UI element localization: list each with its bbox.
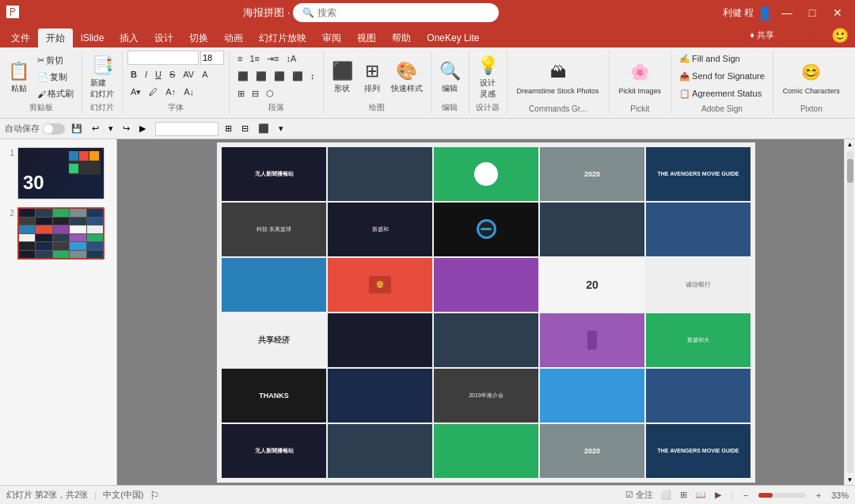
slide-sorter-button[interactable]: ⊞	[675, 488, 691, 502]
align-right-button[interactable]: ⬛	[271, 68, 288, 84]
scroll-down-button[interactable]: ▼	[846, 475, 855, 485]
vertical-scrollbar[interactable]: ▲ ▼	[844, 139, 855, 485]
underline-button[interactable]: U	[152, 66, 165, 82]
copy-button[interactable]: 📄复制	[34, 70, 77, 85]
para-row1: ≡ 1≡ ⇥≡ ↕A	[234, 51, 299, 66]
group-adobe-sign: ✍ Fill and Sign 📤 Send for Signature 📋 A…	[671, 51, 773, 115]
smiley-icon[interactable]: 🙂	[831, 27, 849, 44]
char-spacing-button[interactable]: AV	[180, 66, 197, 82]
search-box[interactable]: 🔍	[293, 3, 499, 22]
cell-19	[540, 313, 644, 367]
minimize-button[interactable]: —	[776, 5, 798, 21]
line-spacing-button[interactable]: ↕	[307, 68, 318, 84]
align-left-button[interactable]: ⬛	[234, 68, 252, 84]
maximize-button[interactable]: □	[801, 5, 823, 21]
comic-button[interactable]: 😊 Comic Characters	[778, 54, 845, 101]
slideshow-button[interactable]: ▶	[710, 488, 726, 502]
dreamstime-button[interactable]: 🏔 Dreamstime Stock Photos	[512, 54, 604, 101]
font-family-input[interactable]	[127, 51, 199, 65]
save-button[interactable]: 💾	[68, 123, 86, 135]
pickit-button[interactable]: 🌸 Pickit Images	[614, 54, 667, 101]
tab-review[interactable]: 审阅	[314, 28, 349, 47]
cell-29: 2020	[540, 424, 644, 478]
tab-transitions[interactable]: 切换	[181, 28, 216, 47]
slide-thumbnail-1[interactable]: 1 30	[3, 146, 113, 201]
tab-islide[interactable]: iSlide	[73, 28, 112, 47]
tab-view[interactable]: 视图	[349, 28, 384, 47]
undo-dropdown[interactable]: ▾	[105, 123, 116, 135]
align-center-button[interactable]: ⬛	[253, 68, 270, 84]
close-button[interactable]: ✕	[826, 5, 849, 21]
cell-13	[434, 258, 538, 312]
italic-button[interactable]: I	[142, 66, 150, 82]
agreement-status-button[interactable]: 📋 Agreement Status	[676, 85, 765, 101]
more-button[interactable]: ▾	[276, 123, 287, 135]
format-painter-button[interactable]: 🖌格式刷	[34, 86, 77, 102]
group-paragraph: ≡ 1≡ ⇥≡ ↕A ⬛ ⬛ ⬛ ⬛ ↕ ⊞ ⊟ ⬡ 段落	[230, 51, 324, 115]
scroll-up-button[interactable]: ▲	[846, 139, 855, 150]
text-highlight-button[interactable]: 🖊	[146, 84, 161, 100]
decrease-font-button[interactable]: A↓	[180, 84, 197, 100]
group-font: B I U S AV A A▾ 🖊 A↑ A↓ 字体	[123, 51, 230, 115]
normal-view-button[interactable]: ⬜	[658, 488, 674, 502]
quick-styles-button[interactable]: 🎨 快速样式	[388, 54, 426, 101]
slides-label: 幻灯片	[90, 102, 114, 113]
share-button[interactable]: ♦ 共享	[743, 27, 781, 44]
zoom-slider[interactable]	[758, 493, 806, 498]
present-button[interactable]: ▶	[136, 123, 149, 135]
zoom-out-button[interactable]: −	[738, 488, 754, 502]
group-slides: 📑 新建幻灯片 幻灯片	[82, 51, 123, 115]
group-button[interactable]: ⊟	[238, 123, 252, 135]
redo-button[interactable]: ↪	[120, 123, 133, 135]
font-size-input[interactable]	[200, 51, 224, 65]
cut-button[interactable]: ✂剪切	[34, 53, 77, 69]
review-button[interactable]: ✎ 批注	[785, 26, 826, 44]
designer-button[interactable]: 💡 设计灵感	[474, 54, 502, 101]
tab-design[interactable]: 设计	[146, 28, 181, 47]
group-drawing: ⬛ 形状 ⊞ 排列 🎨 快速样式 绘图	[324, 51, 431, 115]
undo-button[interactable]: ↩	[89, 123, 102, 135]
slide-layout-selector[interactable]	[155, 122, 218, 136]
increase-font-button[interactable]: A↑	[162, 84, 179, 100]
font-color-button[interactable]: A▾	[127, 84, 144, 100]
tab-home[interactable]: 开始	[38, 28, 73, 47]
columns-button[interactable]: ⊞	[234, 85, 248, 101]
tab-animations[interactable]: 动画	[216, 28, 251, 47]
reading-view-button[interactable]: 📖	[693, 488, 709, 502]
text-direction2-button[interactable]: ⊟	[249, 85, 262, 101]
tab-insert[interactable]: 插入	[112, 28, 146, 47]
slide-thumbnail-2[interactable]: 2	[3, 206, 113, 261]
list-number-button[interactable]: 1≡	[246, 51, 263, 66]
cell-25	[646, 369, 750, 423]
strikethrough-button[interactable]: S	[166, 66, 178, 82]
align-justify-button[interactable]: ⬛	[289, 68, 306, 84]
search-input[interactable]	[317, 7, 489, 18]
tab-help[interactable]: 帮助	[384, 28, 419, 47]
tab-onekey[interactable]: OneKey Lite	[419, 28, 487, 47]
send-signature-button[interactable]: 📤 Send for Signature	[676, 68, 768, 84]
edit-button[interactable]: 🔍 编辑	[436, 54, 464, 101]
shapes-icon: ⬛	[332, 61, 353, 81]
commands-label: Commands Gr...	[529, 104, 587, 113]
designer-icon: 💡	[477, 55, 499, 76]
convert-smartart-button[interactable]: ⬡	[263, 85, 277, 101]
crop-button[interactable]: ⊞	[222, 123, 235, 135]
text-direction-button[interactable]: ↕A	[283, 51, 299, 66]
tab-file[interactable]: 文件	[3, 28, 38, 47]
list-indent-button[interactable]: ⇥≡	[264, 51, 282, 66]
shapes-button[interactable]: ⬛ 形状	[329, 54, 356, 101]
slide-content-grid: 无人新聞播報站 2020 THE AVENGERS MOVIE GUIDE 科技…	[217, 142, 755, 483]
list-bullet-button[interactable]: ≡	[234, 51, 245, 66]
tab-slideshow[interactable]: 幻灯片放映	[251, 28, 314, 47]
text-shadow-button[interactable]: A	[199, 66, 211, 82]
autosave-toggle[interactable]	[43, 123, 65, 135]
new-slide-button[interactable]: 📑 新建幻灯片	[87, 54, 117, 101]
zoom-in-button[interactable]: +	[811, 488, 826, 502]
align-button[interactable]: ⬛	[255, 123, 272, 135]
scroll-thumb[interactable]	[847, 159, 853, 183]
title-bar-left: 🅿	[6, 6, 19, 20]
bold-button[interactable]: B	[127, 66, 140, 82]
paste-button[interactable]: 📋 粘贴	[5, 54, 32, 101]
arrange-button[interactable]: ⊞ 排列	[359, 54, 385, 101]
fill-sign-button[interactable]: ✍ Fill and Sign	[676, 51, 743, 66]
